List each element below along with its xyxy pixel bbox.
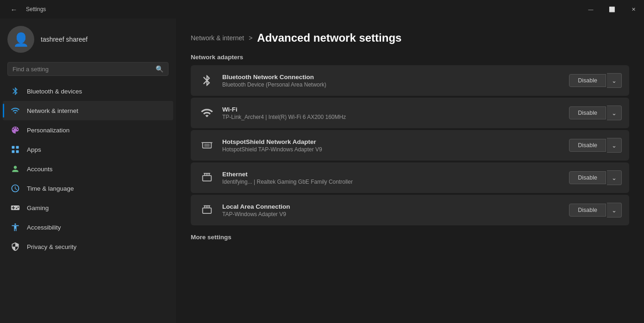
maximize-button[interactable]: ⬜	[601, 0, 623, 19]
user-section: 👤 tashreef shareef	[0, 26, 176, 62]
adapter-card-ethernet: Ethernet Identifying... | Realtek Gaming…	[191, 162, 629, 193]
expand-button-ethernet[interactable]: ⌄	[607, 170, 622, 185]
disable-button-hotspot[interactable]: Disable	[569, 139, 606, 152]
breadcrumb-parent[interactable]: Network & internet	[191, 34, 244, 42]
titlebar-title: Settings	[26, 6, 46, 12]
svg-rect-13	[203, 208, 212, 213]
svg-rect-2	[12, 150, 15, 153]
sidebar-item-accounts[interactable]: Accounts	[3, 159, 173, 179]
adapter-desc-hotspot: HotspotShield TAP-Windows Adapter V9	[222, 146, 563, 153]
local-adapter-icon	[198, 201, 216, 219]
adapter-info-wifi: Wi-Fi TP-Link_Archer4 | Intel(R) Wi-Fi 6…	[222, 106, 563, 120]
sidebar-label-bluetooth: Bluetooth & devices	[27, 88, 82, 95]
ethernet-adapter-icon	[198, 169, 216, 186]
page-title: Advanced network settings	[257, 31, 401, 44]
adapter-name-ethernet: Ethernet	[222, 171, 563, 178]
network-icon	[10, 106, 20, 116]
content-area: Network & internet > Advanced network se…	[176, 19, 644, 323]
adapter-actions-bluetooth: Disable ⌄	[569, 73, 622, 88]
gaming-icon	[10, 203, 20, 213]
sidebar-label-personalization: Personalization	[27, 127, 69, 134]
expand-button-local[interactable]: ⌄	[607, 203, 622, 217]
privacy-icon	[10, 242, 20, 252]
disable-button-bluetooth[interactable]: Disable	[569, 74, 606, 87]
search-input[interactable]	[13, 66, 152, 73]
section-adapters-title: Network adapters	[191, 54, 629, 61]
sidebar-item-accessibility[interactable]: Accessibility	[3, 217, 173, 237]
disable-button-wifi[interactable]: Disable	[569, 106, 606, 119]
adapter-card-bluetooth: Bluetooth Network Connection Bluetooth D…	[191, 65, 629, 96]
wifi-adapter-icon	[198, 104, 216, 122]
sidebar-item-bluetooth[interactable]: Bluetooth & devices	[3, 81, 173, 101]
adapter-info-ethernet: Ethernet Identifying... | Realtek Gaming…	[222, 171, 563, 185]
breadcrumb-separator: >	[249, 34, 252, 42]
accessibility-icon	[10, 222, 20, 232]
close-button[interactable]: ✕	[623, 0, 644, 19]
bluetooth-adapter-icon	[198, 72, 216, 89]
adapter-actions-wifi: Disable ⌄	[569, 106, 622, 120]
adapter-actions-ethernet: Disable ⌄	[569, 170, 622, 185]
adapter-info-hotspot: HotspotShield Network Adapter HotspotShi…	[222, 138, 563, 153]
disable-button-ethernet[interactable]: Disable	[569, 171, 606, 184]
accounts-icon	[10, 164, 20, 174]
sidebar-label-network: Network & internet	[27, 107, 78, 114]
svg-rect-5	[204, 144, 210, 147]
adapter-desc-ethernet: Identifying... | Realtek Gaming GbE Fami…	[222, 179, 563, 185]
sidebar-label-privacy: Privacy & security	[27, 243, 76, 250]
main-layout: 👤 tashreef shareef 🔍 Bluetooth & devices…	[0, 19, 644, 323]
sidebar-item-apps[interactable]: Apps	[3, 140, 173, 159]
sidebar-item-personalization[interactable]: Personalization	[3, 120, 173, 140]
adapter-card-wifi: Wi-Fi TP-Link_Archer4 | Intel(R) Wi-Fi 6…	[191, 98, 629, 128]
avatar-icon: 👤	[13, 32, 29, 47]
sidebar-label-apps: Apps	[27, 146, 41, 153]
sidebar-label-time: Time & language	[27, 185, 74, 192]
expand-button-bluetooth[interactable]: ⌄	[607, 73, 622, 88]
sidebar-label-accessibility: Accessibility	[27, 224, 61, 231]
titlebar-controls: — ⬜ ✕	[580, 0, 644, 19]
adapter-desc-wifi: TP-Link_Archer4 | Intel(R) Wi-Fi 6 AX200…	[222, 114, 563, 120]
adapter-name-hotspot: HotspotShield Network Adapter	[222, 138, 563, 145]
sidebar-item-network[interactable]: Network & internet	[3, 101, 173, 120]
sidebar: 👤 tashreef shareef 🔍 Bluetooth & devices…	[0, 19, 176, 323]
adapter-card-hotspot: HotspotShield Network Adapter HotspotShi…	[191, 130, 629, 161]
sidebar-label-accounts: Accounts	[27, 166, 53, 173]
hotspot-adapter-icon	[198, 137, 216, 154]
adapter-actions-local: Disable ⌄	[569, 203, 622, 217]
adapter-card-local: Local Area Connection TAP-Windows Adapte…	[191, 195, 629, 225]
sidebar-label-gaming: Gaming	[27, 205, 49, 211]
sidebar-item-gaming[interactable]: Gaming	[3, 198, 173, 217]
bluetooth-icon	[10, 86, 20, 96]
expand-button-wifi[interactable]: ⌄	[607, 106, 622, 120]
sidebar-item-privacy[interactable]: Privacy & security	[3, 237, 173, 256]
username: tashreef shareef	[41, 36, 88, 43]
section-more-title: More settings	[191, 234, 629, 241]
personalization-icon	[10, 125, 20, 135]
svg-rect-1	[16, 146, 19, 149]
avatar: 👤	[7, 26, 34, 53]
adapter-desc-local: TAP-Windows Adapter V9	[222, 211, 563, 217]
search-icon: 🔍	[156, 65, 163, 73]
time-icon	[10, 183, 20, 193]
adapter-actions-hotspot: Disable ⌄	[569, 138, 622, 153]
expand-button-hotspot[interactable]: ⌄	[607, 138, 622, 153]
titlebar-left: ← Settings	[6, 0, 46, 19]
svg-rect-8	[203, 175, 212, 181]
svg-rect-3	[16, 150, 19, 153]
adapter-name-bluetooth: Bluetooth Network Connection	[222, 74, 563, 81]
svg-rect-0	[12, 146, 15, 149]
disable-button-local[interactable]: Disable	[569, 204, 606, 217]
sidebar-item-time[interactable]: Time & language	[3, 179, 173, 198]
apps-icon	[10, 144, 20, 155]
minimize-button[interactable]: —	[580, 0, 601, 19]
adapter-name-wifi: Wi-Fi	[222, 106, 563, 113]
breadcrumb: Network & internet > Advanced network se…	[191, 31, 629, 44]
adapter-info-bluetooth: Bluetooth Network Connection Bluetooth D…	[222, 74, 563, 88]
adapter-desc-bluetooth: Bluetooth Device (Personal Area Network)	[222, 81, 563, 88]
adapter-info-local: Local Area Connection TAP-Windows Adapte…	[222, 203, 563, 217]
adapter-name-local: Local Area Connection	[222, 203, 563, 210]
back-button[interactable]: ←	[6, 0, 22, 19]
titlebar: ← Settings — ⬜ ✕	[0, 0, 644, 19]
search-box[interactable]: 🔍	[7, 62, 169, 76]
